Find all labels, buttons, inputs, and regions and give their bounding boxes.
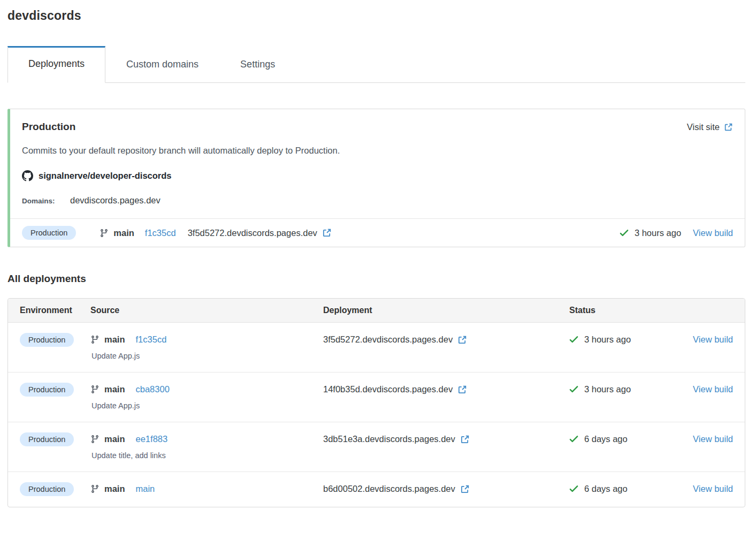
deployments-table: Environment Source Deployment Status Pro… — [7, 298, 745, 507]
column-header-environment: Environment — [20, 306, 90, 315]
status-time: 6 days ago — [584, 484, 628, 494]
all-deployments-title: All deployments — [7, 273, 745, 285]
table-header: Environment Source Deployment Status — [8, 299, 745, 323]
view-build-link[interactable]: View build — [693, 484, 733, 494]
deployment-url: 3db51e3a.devdiscords.pages.dev — [323, 434, 455, 444]
view-build-link[interactable]: View build — [693, 434, 733, 444]
branch-name: main — [104, 334, 125, 345]
check-icon — [569, 484, 578, 493]
environment-badge: Production — [20, 333, 74, 347]
view-build-link[interactable]: View build — [693, 334, 733, 345]
column-header-status: Status — [569, 306, 733, 315]
column-header-deployment: Deployment — [323, 306, 569, 315]
production-card: Production Visit site Commits to your de… — [7, 109, 745, 247]
deployment-url: 14f0b35d.devdiscords.pages.dev — [323, 384, 453, 394]
deployment-url: 3f5d5272.devdiscords.pages.dev — [323, 334, 453, 345]
git-branch-icon — [90, 385, 100, 394]
external-link-icon[interactable] — [457, 335, 467, 345]
status-time: 3 hours ago — [635, 228, 681, 238]
commit-link[interactable]: ee1f883 — [136, 434, 168, 444]
table-row: Production main cba8300 Update App.js 14… — [8, 372, 745, 422]
deployment-url: 3f5d5272.devdiscords.pages.dev — [188, 228, 317, 238]
git-branch-icon — [100, 229, 109, 238]
branch-name: main — [104, 434, 125, 444]
git-branch-icon — [90, 335, 100, 344]
commit-link[interactable]: f1c35cd — [145, 228, 176, 238]
repo-name: signalnerve/developer-discords — [39, 171, 172, 181]
visit-site-label: Visit site — [687, 122, 720, 132]
external-link-icon[interactable] — [460, 435, 470, 444]
commit-link[interactable]: main — [136, 484, 155, 494]
status-time: 3 hours ago — [584, 384, 631, 394]
external-link-icon[interactable] — [322, 228, 332, 238]
git-branch-icon — [90, 484, 100, 493]
check-icon — [569, 335, 578, 344]
tab-bar: Deployments Custom domains Settings — [7, 45, 745, 83]
production-card-title: Production — [22, 121, 75, 133]
production-deployment-row: Production main f1c35cd 3f5d5272.devdisc… — [10, 218, 745, 247]
visit-site-link[interactable]: Visit site — [687, 122, 733, 132]
production-description: Commits to your default repository branc… — [22, 146, 733, 156]
table-row: Production main main b6d00502.devdiscord… — [8, 472, 745, 507]
branch-name: main — [104, 384, 125, 394]
status-time: 6 days ago — [584, 434, 628, 444]
table-row: Production main f1c35cd Update App.js 3f… — [8, 323, 745, 372]
git-branch-icon — [90, 435, 100, 444]
environment-badge: Production — [20, 383, 74, 397]
commit-link[interactable]: f1c35cd — [136, 334, 167, 345]
commit-message: Update App.js — [90, 401, 323, 410]
commit-message: Update App.js — [90, 352, 323, 360]
domains-label: Domains: — [22, 197, 70, 205]
domains-value: devdiscords.pages.dev — [70, 195, 161, 206]
tab-deployments[interactable]: Deployments — [7, 46, 105, 83]
tab-settings[interactable]: Settings — [219, 47, 296, 83]
deployment-url: b6d00502.devdiscords.pages.dev — [323, 484, 455, 494]
commit-link[interactable]: cba8300 — [136, 384, 170, 394]
external-link-icon[interactable] — [457, 385, 467, 394]
table-row: Production main ee1f883 Update title, ad… — [8, 422, 745, 472]
page-title: devdiscords — [7, 9, 745, 23]
status-time: 3 hours ago — [584, 334, 631, 345]
github-icon — [22, 170, 33, 181]
column-header-source: Source — [90, 306, 323, 315]
view-build-link[interactable]: View build — [693, 228, 733, 238]
branch-name: main — [104, 484, 125, 494]
commit-message: Update title, add links — [90, 451, 323, 460]
environment-badge: Production — [20, 432, 74, 446]
external-link-icon — [724, 123, 733, 132]
branch-name: main — [113, 228, 134, 238]
environment-badge: Production — [20, 482, 74, 496]
environment-badge: Production — [22, 226, 76, 240]
check-icon — [620, 229, 629, 238]
external-link-icon[interactable] — [460, 484, 470, 494]
check-icon — [569, 435, 578, 444]
view-build-link[interactable]: View build — [693, 384, 733, 394]
check-icon — [569, 385, 578, 394]
tab-custom-domains[interactable]: Custom domains — [105, 47, 219, 83]
